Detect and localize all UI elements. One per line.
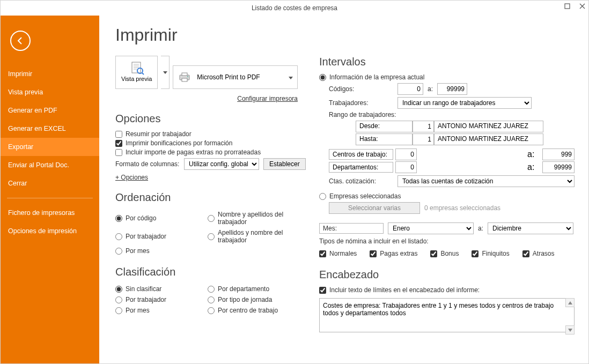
formato-columnas-label: Formato de columnas: <box>115 160 180 168</box>
trabajadores-select[interactable]: Indicar un rango de trabajadores <box>397 97 532 109</box>
a-label-3: a: <box>527 162 540 172</box>
sidebar-item-exportar[interactable]: Exportar <box>1 138 99 156</box>
radio-clas-jornada[interactable]: Por tipo de jornada <box>208 296 298 303</box>
desde-name: ANTONIO MARTINEZ JUAREZ <box>434 121 543 132</box>
page-title: Imprimir <box>115 25 575 45</box>
checkbox-atrasos[interactable]: Atrasos <box>522 250 555 257</box>
configure-printer-link[interactable]: Configurar impresora <box>237 95 298 102</box>
radio-ord-mes[interactable]: Por mes <box>115 247 205 255</box>
trabajadores-label: Trabajadores: <box>329 99 393 107</box>
radio-info-empresa-actual[interactable]: Información de la empresa actual <box>319 73 575 81</box>
print-dialog-window: Listado de costes de empresa Imprimir Vi… <box>0 0 589 364</box>
hasta-label: Hasta: <box>356 133 413 145</box>
svg-point-6 <box>187 76 188 77</box>
a-label-2: a: <box>527 150 540 159</box>
document-preview-icon <box>128 61 145 76</box>
sidebar-item-portal[interactable]: Enviar al Portal Doc. <box>1 156 99 174</box>
opciones-heading: Opciones <box>115 113 298 125</box>
radio-clas-mes[interactable]: Por mes <box>115 307 205 314</box>
vista-previa-button[interactable]: Vista previa <box>115 56 158 89</box>
checkbox-resumir[interactable]: Resumir por trabajador <box>115 130 298 138</box>
tipos-nomina-label: Tipos de nómina a incluir en el listado: <box>319 237 429 245</box>
empresas-count: 0 empresas seleccionadas <box>424 204 500 212</box>
radio-ord-nombre-apellidos[interactable]: Nombre y apellidos del trabajador <box>208 211 298 226</box>
checkbox-finiquitos[interactable]: Finiquitos <box>472 250 509 257</box>
radio-ord-trabajador[interactable]: Por trabajador <box>115 229 205 244</box>
mes-to-select[interactable]: Diciembre <box>488 222 573 234</box>
checkbox-incluir-texto[interactable]: Incluir texto de límites en el encabezad… <box>319 286 575 294</box>
formato-columnas-select[interactable]: Utilizar config. global <box>184 158 259 170</box>
ordenacion-heading: Ordenación <box>115 191 298 204</box>
scroll-down-icon[interactable] <box>565 325 575 335</box>
radio-clas-sin[interactable]: Sin clasificar <box>115 285 205 293</box>
seleccionar-varias-button[interactable]: Seleccionar varias <box>329 202 420 214</box>
radio-clas-trabajador[interactable]: Por trabajador <box>115 296 205 303</box>
codigos-from-input[interactable] <box>397 83 423 95</box>
printer-icon <box>178 71 192 83</box>
checkbox-bonificaciones[interactable]: Imprimir bonificaciones por formación <box>115 139 298 147</box>
radio-clas-centro[interactable]: Por centro de trabajo <box>208 307 298 314</box>
mas-opciones-link[interactable]: + Opciones <box>115 174 148 181</box>
sidebar-item-excel[interactable]: Generar en EXCEL <box>1 120 99 138</box>
mes-from-select[interactable]: Enero <box>388 222 474 234</box>
dept-to-input[interactable] <box>542 161 575 173</box>
radio-clas-departamento[interactable]: Por departamento <box>208 285 298 293</box>
hasta-name: ANTONIO MARTINEZ JUAREZ <box>434 133 543 145</box>
sidebar-item-imprimir[interactable]: Imprimir <box>1 65 99 83</box>
a-label-4: a: <box>478 225 483 232</box>
checkbox-bonus[interactable]: Bonus <box>430 250 459 257</box>
centros-to-input[interactable] <box>542 148 575 160</box>
encabezado-heading: Encabezado <box>319 269 575 281</box>
centros-from-input[interactable] <box>395 148 417 160</box>
codigos-label: Códigos: <box>329 85 393 93</box>
codigos-to-input[interactable] <box>437 83 467 95</box>
checkbox-pagas-extras-tipo[interactable]: Pagas extras <box>370 250 417 257</box>
establecer-button[interactable]: Establecer <box>263 158 306 170</box>
scroll-up-icon[interactable] <box>565 298 575 307</box>
radio-ord-codigo[interactable]: Por código <box>115 211 205 226</box>
maximize-icon[interactable] <box>563 2 571 10</box>
svg-rect-5 <box>182 78 187 81</box>
ctas-select[interactable]: Todas las cuentas de cotización <box>397 175 575 187</box>
rango-trabajadores-label: Rango de trabajadores: <box>329 111 396 118</box>
sidebar-item-fichero-impresoras[interactable]: Fichero de impresoras <box>1 204 99 222</box>
svg-rect-0 <box>565 4 570 9</box>
encabezado-textarea[interactable] <box>319 298 575 332</box>
radio-empresas-seleccionadas[interactable]: Empresas seleccionadas <box>319 192 575 200</box>
sidebar-separator <box>7 198 93 198</box>
sidebar: Imprimir Vista previa Generar en PDF Gen… <box>1 16 99 363</box>
clasificacion-heading: Clasificación <box>115 266 298 278</box>
close-icon[interactable] <box>578 2 586 10</box>
sidebar-item-cerrar[interactable]: Cerrar <box>1 174 99 192</box>
vista-previa-dropdown[interactable] <box>161 56 170 89</box>
departamentos-label: Departamentos: <box>329 162 393 173</box>
desde-label: Desde: <box>356 121 413 132</box>
desde-input[interactable] <box>413 121 434 132</box>
sidebar-item-pdf[interactable]: Generar en PDF <box>1 101 99 120</box>
sidebar-item-vista-previa[interactable]: Vista previa <box>1 83 99 101</box>
centros-label: Centros de trabajo: <box>329 149 393 160</box>
intervalos-heading: Intervalos <box>319 56 575 68</box>
printer-select[interactable]: Microsoft Print to PDF <box>173 65 298 89</box>
mes-label: Mes: <box>319 223 384 234</box>
window-title: Listado de costes de empresa <box>252 4 337 12</box>
checkbox-normales[interactable]: Normales <box>319 250 357 257</box>
hasta-input[interactable] <box>413 133 434 145</box>
svg-rect-4 <box>182 73 187 76</box>
dept-from-input[interactable] <box>395 161 417 173</box>
checkbox-pagas-extras[interactable]: Incluir importe de pagas extras no prorr… <box>115 148 298 156</box>
vista-previa-label: Vista previa <box>121 76 152 82</box>
main-panel: Imprimir Vista previa <box>99 16 588 363</box>
back-button[interactable] <box>10 31 31 51</box>
sidebar-item-opciones-impresion[interactable]: Opciones de impresión <box>1 222 99 240</box>
a-label: a: <box>428 85 433 93</box>
ctas-label: Ctas. cotización: <box>329 177 393 185</box>
chevron-down-icon <box>289 73 293 81</box>
radio-ord-apellidos-nombre[interactable]: Apellidos y nombre del trabajador <box>208 229 298 244</box>
titlebar: Listado de costes de empresa <box>1 1 588 16</box>
printer-name: Microsoft Print to PDF <box>197 73 260 81</box>
